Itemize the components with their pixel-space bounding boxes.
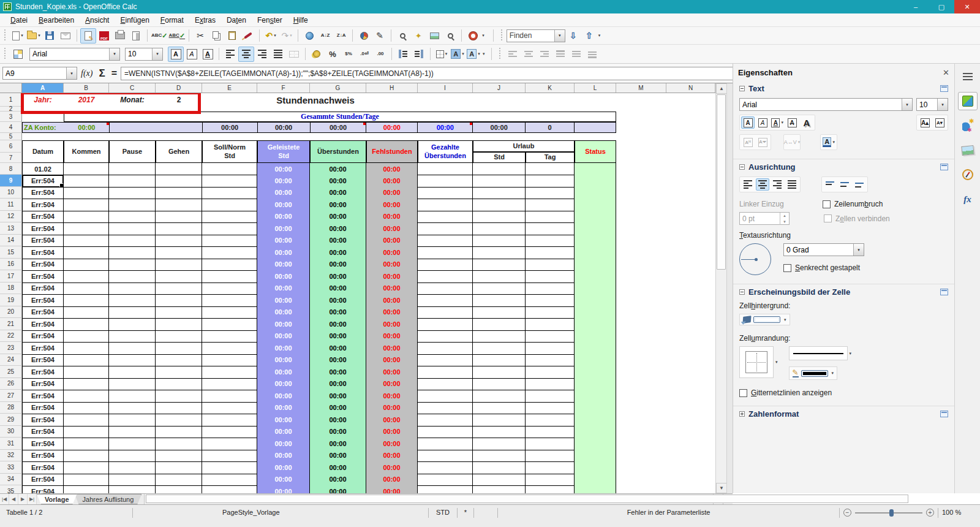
cell-D26[interactable] — [156, 378, 202, 391]
cell-H8[interactable]: 00:00 — [366, 163, 418, 175]
border-preset-dropdown-icon[interactable]: ▾ — [775, 360, 778, 365]
cell-F23[interactable]: 00:00 — [257, 342, 310, 355]
find-replace-button[interactable] — [394, 28, 410, 44]
cell-G30[interactable]: 00:00 — [310, 426, 366, 439]
align-vcenter-button[interactable] — [838, 178, 851, 191]
cell-K31[interactable] — [526, 438, 575, 450]
border-preset-button[interactable] — [739, 346, 774, 378]
decrease-indent-button[interactable] — [395, 47, 411, 62]
increase-font-size-button[interactable]: A▴ — [918, 116, 932, 129]
header-datum[interactable]: Datum — [22, 140, 64, 163]
sidebar-align-center-button[interactable] — [756, 178, 769, 191]
first-sheet-icon[interactable]: |◀ — [0, 494, 9, 504]
row-header-34[interactable]: 34 — [0, 474, 22, 486]
cell-A21[interactable]: Err:504 — [22, 318, 64, 331]
cell-A11[interactable]: Err:504 — [22, 199, 64, 211]
row-header-31[interactable]: 31 — [0, 438, 22, 450]
row-header-10[interactable]: 10 — [0, 187, 22, 199]
align-bottom-button[interactable] — [853, 178, 866, 191]
cell-C9[interactable] — [109, 175, 156, 188]
indent-up-icon[interactable]: ▲ — [780, 213, 789, 219]
cell-L18[interactable] — [575, 282, 616, 295]
cell-K26[interactable] — [526, 378, 575, 391]
row-header-35[interactable]: 35 — [0, 485, 22, 493]
cell-B26[interactable] — [64, 378, 109, 391]
cell-C12[interactable] — [109, 211, 156, 224]
sidebar-underline-button[interactable]: A▾ — [771, 116, 784, 129]
cell-E9[interactable] — [202, 175, 257, 188]
cell-J31[interactable] — [473, 438, 526, 450]
line-style-dropdown-icon[interactable]: ▾ — [850, 351, 852, 356]
cell-A12[interactable]: Err:504 — [22, 211, 64, 224]
cell-C18[interactable] — [109, 282, 156, 295]
cell-H9[interactable]: 00:00 — [366, 175, 418, 188]
cell-reference-input[interactable] — [3, 69, 66, 78]
cell-A9[interactable]: Err:504 — [22, 175, 64, 188]
column-header-A[interactable]: A — [22, 83, 64, 93]
cell-F27[interactable]: 00:00 — [257, 390, 310, 403]
font-size-input[interactable] — [126, 50, 152, 58]
cell-F12[interactable]: 00:00 — [257, 211, 310, 224]
sidebar-align-justified-button[interactable] — [785, 178, 799, 191]
undo-button[interactable]: ↶▾ — [263, 28, 279, 44]
cell-A10[interactable]: Err:504 — [22, 187, 64, 200]
cell-A30[interactable]: Err:504 — [22, 426, 64, 439]
align-toolbar-grip[interactable] — [498, 48, 502, 60]
cell-A15[interactable]: Err:504 — [22, 246, 64, 259]
row-header-25[interactable]: 25 — [0, 366, 22, 378]
cell-K24[interactable] — [526, 354, 575, 367]
cell-I8[interactable] — [418, 163, 473, 175]
name-box-dropdown-icon[interactable]: ▾ — [66, 67, 77, 79]
cell-D23[interactable] — [156, 342, 202, 355]
cell-K30[interactable] — [526, 426, 575, 439]
header-ueberstunden[interactable]: Überstunden — [310, 140, 366, 163]
cell-L10[interactable] — [575, 187, 616, 200]
cell-G21[interactable]: 00:00 — [310, 318, 366, 331]
cell-E11[interactable] — [202, 199, 257, 211]
cell-G22[interactable]: 00:00 — [310, 330, 366, 343]
cell-J15[interactable] — [473, 246, 526, 259]
text-dialog-launcher-icon[interactable] — [940, 85, 948, 92]
cut-button[interactable]: ✂ — [192, 28, 208, 44]
cell-C34[interactable] — [109, 474, 156, 487]
cell-B18[interactable] — [64, 282, 109, 295]
merge-cells-checkbox[interactable] — [824, 214, 832, 222]
cell-A27[interactable]: Err:504 — [22, 390, 64, 403]
cell-H15[interactable]: 00:00 — [366, 246, 418, 259]
row-header-6[interactable]: 6 — [0, 140, 22, 153]
italic-button[interactable]: A — [184, 47, 200, 62]
merge-cells-button[interactable] — [286, 47, 302, 62]
cell-D29[interactable] — [156, 414, 202, 427]
sidebar-font-name-input[interactable] — [740, 100, 902, 109]
sidebar-font-size-combobox[interactable]: ▾ — [916, 98, 948, 111]
cell-E23[interactable] — [202, 342, 257, 355]
cell-H19[interactable]: 00:00 — [366, 294, 418, 307]
cell-I22[interactable] — [418, 330, 473, 343]
row-header-27[interactable]: 27 — [0, 390, 22, 402]
cell-E14[interactable] — [202, 235, 257, 248]
cell-E19[interactable] — [202, 294, 257, 307]
vertically-stacked-checkbox[interactable] — [783, 264, 791, 272]
cell-f4[interactable]: 00:00 — [258, 123, 311, 132]
align-objects-center-button[interactable] — [521, 47, 537, 62]
cell-G9[interactable]: 00:00 — [310, 175, 366, 188]
cell-H20[interactable]: 00:00 — [366, 306, 418, 319]
cell-B32[interactable] — [64, 450, 109, 463]
cell-K28[interactable] — [526, 402, 575, 415]
toolbar-grip[interactable] — [3, 29, 7, 42]
rotation-dial[interactable] — [739, 243, 771, 275]
align-right-button[interactable] — [254, 47, 270, 62]
cell-G15[interactable]: 00:00 — [310, 246, 366, 259]
cell-F31[interactable]: 00:00 — [257, 438, 310, 450]
cell-B23[interactable] — [64, 342, 109, 355]
find-previous-button[interactable]: ⇧ — [581, 28, 597, 44]
print-button[interactable] — [112, 28, 128, 44]
cell-J13[interactable] — [473, 222, 526, 235]
cell-K33[interactable] — [526, 461, 575, 474]
styles-button[interactable] — [10, 47, 26, 62]
cell-I35[interactable] — [418, 485, 473, 493]
column-header-M[interactable]: M — [616, 83, 666, 93]
cell-C31[interactable] — [109, 438, 156, 450]
cell-H16[interactable]: 00:00 — [366, 259, 418, 271]
increase-indent-button[interactable] — [411, 47, 427, 62]
